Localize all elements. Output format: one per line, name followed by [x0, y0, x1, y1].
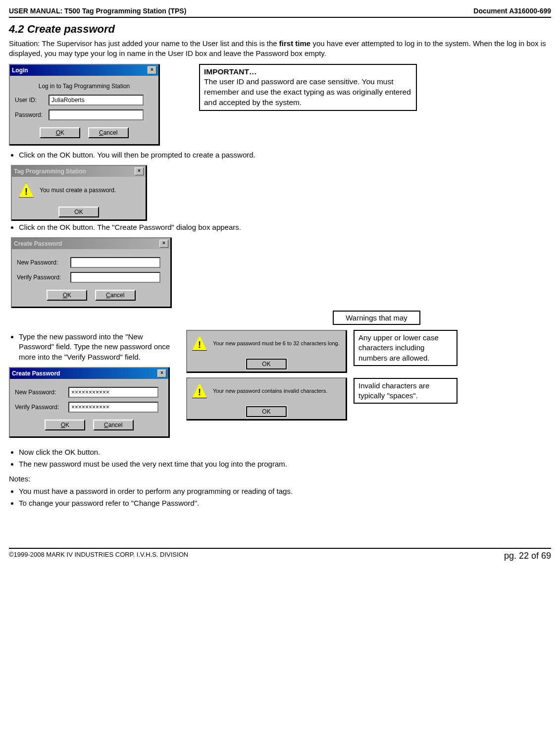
warn1-button-row: OK — [187, 356, 346, 371]
intro-paragraph: Situation: The Supervisor has just added… — [9, 39, 551, 59]
list-item: Click on the OK button. You will then be… — [19, 150, 551, 160]
footer-page-number: pg. 22 of 69 — [504, 551, 551, 561]
warning-invalid-dialog: ! Your new password contains invalid cha… — [186, 377, 347, 420]
section-title: 4.2 Create password — [9, 23, 551, 36]
user-id-input[interactable]: JuliaRoberts — [49, 95, 144, 106]
list-item: You must have a password in order to per… — [19, 486, 551, 496]
create-filled-title: Create Password — [12, 370, 60, 377]
middle-column: ! Your new password must be 6 to 32 char… — [186, 330, 345, 425]
ok-button[interactable]: OK — [246, 406, 287, 417]
bullet-list-2: Click on the OK button. The "Create Pass… — [19, 222, 551, 232]
create-filled-button-row: OK Cancel — [15, 417, 163, 432]
create-filled-titlebar: Create Password × — [10, 368, 168, 379]
header-rule — [9, 17, 551, 18]
new-password-label: New Password: — [15, 389, 64, 396]
ok-button[interactable]: OK — [246, 359, 287, 370]
password-input[interactable] — [49, 109, 144, 120]
footer-copyright: ©1999-2008 MARK IV INDUSTRIES CORP. I.V.… — [9, 551, 188, 561]
warn2-button-row: OK — [187, 403, 346, 419]
warnings-row: Type the new password into the "New Pass… — [9, 330, 551, 442]
intro-pre: Situation: The Supervisor has just added… — [9, 39, 279, 48]
warn1-body: ! Your new password must be 6 to 32 char… — [187, 331, 346, 356]
new-password-row: New Password: — [17, 257, 165, 268]
cancel-button[interactable]: Cancel — [95, 290, 136, 301]
notes-heading: Notes: — [9, 474, 551, 484]
list-item: The new password must be used the very n… — [19, 459, 551, 469]
verify-password-row: Verify Password: — [17, 272, 165, 283]
login-and-important-row: Login × Log in to Tag Programming Statio… — [9, 64, 551, 145]
list-item: Type the new password into the "New Pass… — [19, 332, 177, 362]
invalid-characters-callout: Invalid characters are typically "spaces… — [354, 378, 458, 404]
cancel-button[interactable]: Cancel — [93, 420, 134, 430]
verify-password-row-filled: Verify Password: ××××××××××× — [15, 402, 163, 413]
footer-rule — [9, 548, 551, 549]
important-body: The user ID and password are case sensit… — [204, 77, 411, 106]
msg1-button-row: OK — [12, 204, 146, 219]
msg1-text: You must create a password. — [40, 187, 116, 194]
list-item: To change your password refer to "Change… — [19, 498, 551, 508]
warning-icon: ! — [192, 383, 207, 398]
intro-bold: first time — [279, 39, 310, 48]
page-footer: ©1999-2008 MARK IV INDUSTRIES CORP. I.V.… — [9, 551, 551, 561]
cancel-button[interactable]: Cancel — [88, 127, 129, 138]
msg1-title: Tag Programming Station — [14, 168, 86, 175]
new-password-row-filled: New Password: ××××××××××× — [15, 387, 163, 398]
ok-button[interactable]: OK — [58, 207, 99, 217]
warn2-text: Your new password contains invalid chara… — [213, 388, 327, 394]
header-left: USER MANUAL: T500 Tag Programming Statio… — [9, 7, 186, 15]
verify-password-input[interactable]: ××××××××××× — [68, 402, 158, 413]
list-item: Now click the OK button. — [19, 447, 551, 457]
login-dialog: Login × Log in to Tag Programming Statio… — [9, 64, 159, 145]
warnings-label-box: Warnings that may — [333, 311, 420, 325]
new-password-input[interactable]: ××××××××××× — [68, 387, 158, 398]
important-title: IMPORTANT… — [204, 67, 256, 76]
msg1-body: ! You must create a password. — [12, 177, 146, 204]
create-filled-body: New Password: ××××××××××× Verify Passwor… — [10, 379, 168, 436]
warning-icon: ! — [19, 183, 34, 198]
new-password-input[interactable] — [70, 257, 160, 268]
important-callout: IMPORTANT… The user ID and password are … — [199, 64, 417, 111]
ok-button[interactable]: OK — [45, 420, 85, 430]
verify-password-label: Verify Password: — [15, 404, 64, 411]
bullet-list-1: Click on the OK button. You will then be… — [19, 150, 551, 160]
close-icon[interactable]: × — [135, 167, 144, 175]
login-title: Login — [12, 67, 28, 74]
ok-button[interactable]: OK — [40, 127, 80, 138]
create-button-row: OK Cancel — [17, 287, 165, 303]
create-titlebar: Create Password × — [12, 238, 170, 249]
allowed-characters-callout: Any upper or lower case characters inclu… — [354, 330, 458, 366]
header-right: Document A316000-699 — [473, 7, 551, 15]
create-title: Create Password — [14, 240, 62, 247]
bullet-list-3: Now click the OK button. The new passwor… — [19, 447, 551, 470]
ok-button[interactable]: OK — [47, 290, 87, 301]
create-password-dialog-filled: Create Password × New Password: ××××××××… — [9, 367, 169, 437]
warn1-text: Your new password must be 6 to 32 charac… — [213, 340, 340, 346]
bullet-type-list: Type the new password into the "New Pass… — [19, 332, 177, 362]
left-column: Type the new password into the "New Pass… — [9, 330, 177, 442]
password-row: Password: — [15, 109, 153, 120]
verify-password-input[interactable] — [70, 272, 160, 283]
user-id-row: User ID: JuliaRoberts — [15, 95, 153, 106]
login-titlebar: Login × — [10, 65, 158, 76]
login-button-row: OK Cancel — [15, 124, 153, 140]
must-create-password-dialog: Tag Programming Station × ! You must cre… — [11, 165, 147, 220]
close-icon[interactable]: × — [159, 240, 168, 248]
close-icon[interactable]: × — [148, 66, 156, 74]
password-label: Password: — [15, 111, 45, 118]
login-subtitle: Log in to Tag Programming Station — [15, 83, 153, 90]
login-body: Log in to Tag Programming Station User I… — [10, 76, 158, 144]
new-password-label: New Password: — [17, 259, 66, 266]
warning-icon: ! — [192, 336, 207, 351]
page-header: USER MANUAL: T500 Tag Programming Statio… — [9, 7, 551, 15]
warn2-body: ! Your new password contains invalid cha… — [187, 378, 346, 403]
list-item: Click on the OK button. The "Create Pass… — [19, 222, 551, 232]
right-column: Any upper or lower case characters inclu… — [354, 330, 458, 409]
create-body: New Password: Verify Password: OK Cancel — [12, 249, 170, 307]
msg1-titlebar: Tag Programming Station × — [12, 166, 146, 177]
user-id-label: User ID: — [15, 97, 45, 104]
notes-list: You must have a password in order to per… — [19, 486, 551, 509]
create-password-dialog-empty: Create Password × New Password: Verify P… — [11, 237, 171, 308]
warning-length-dialog: ! Your new password must be 6 to 32 char… — [186, 330, 347, 372]
close-icon[interactable]: × — [157, 370, 166, 377]
verify-password-label: Verify Password: — [17, 274, 66, 281]
